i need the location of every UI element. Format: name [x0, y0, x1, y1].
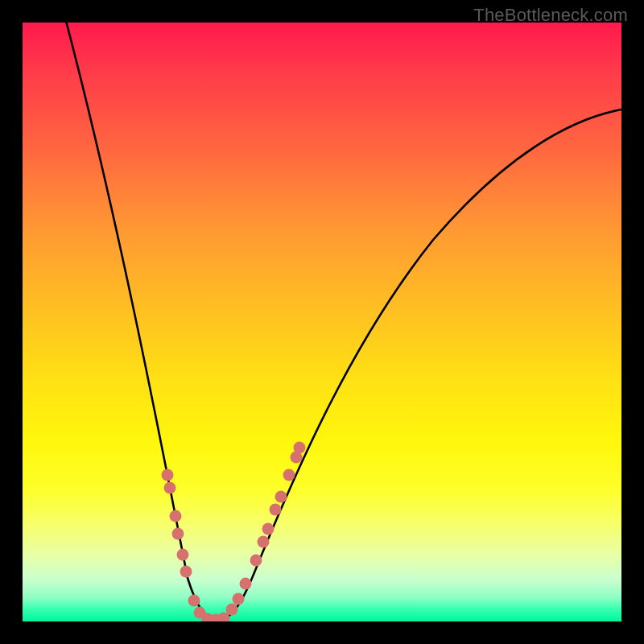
data-dot — [275, 491, 287, 503]
curve-path — [66, 23, 621, 620]
data-dot — [172, 528, 184, 540]
data-dot — [164, 482, 176, 494]
data-dot — [170, 510, 182, 522]
watermark-text: TheBottleneck.com — [473, 5, 628, 26]
data-dot — [233, 593, 245, 605]
data-dot — [177, 549, 189, 561]
data-dot — [283, 469, 295, 481]
data-dot — [294, 442, 306, 454]
data-dot — [188, 595, 200, 607]
data-dot — [226, 604, 238, 616]
data-dot — [162, 469, 174, 481]
data-dot — [270, 504, 282, 516]
data-dot — [250, 555, 262, 567]
data-dot — [258, 536, 270, 548]
chart-frame: TheBottleneck.com — [0, 0, 644, 644]
data-dot — [240, 578, 252, 590]
data-dot — [262, 523, 275, 535]
plot-area — [23, 23, 621, 621]
data-dot — [180, 566, 192, 578]
bottleneck-curve — [23, 23, 621, 621]
